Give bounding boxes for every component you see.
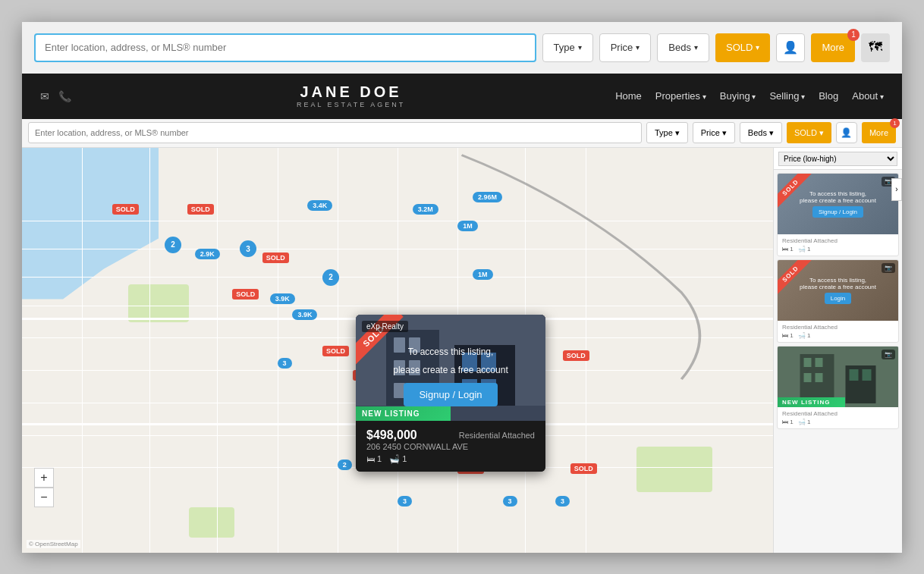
listing-bath-icon-3: 🛁 1	[798, 419, 811, 425]
map-pin-cluster-1[interactable]: 2	[165, 237, 181, 253]
map-pin-price-5[interactable]: 3.9K	[270, 293, 295, 304]
listing-card-1[interactable]: SOLD To access this listing, please crea…	[777, 173, 899, 256]
listing-type-2: Residential Attached	[782, 324, 894, 331]
map-pin-price-14[interactable]: 3	[398, 496, 412, 507]
map-pin-sold-12[interactable]: SOLD	[563, 350, 589, 361]
agent-subtitle: REAL ESTATE AGENT	[297, 101, 405, 108]
price-button[interactable]: Price ▾	[599, 33, 652, 62]
sub-price-button[interactable]: Price ▾	[693, 122, 735, 143]
road-v-3	[217, 148, 218, 553]
zoom-in-button[interactable]: +	[34, 468, 54, 488]
type-button[interactable]: Type ▾	[542, 33, 593, 62]
popup-login-button[interactable]: Signup / Login	[404, 383, 497, 406]
more-badge: 1	[847, 29, 860, 41]
nav-properties[interactable]: Properties	[655, 90, 706, 102]
email-icon: ✉	[40, 90, 49, 102]
listing-login-btn-1[interactable]: Signup / Login	[812, 206, 863, 218]
listing-icons-2: 🛏 1 🛁 1	[782, 332, 894, 339]
nav-buying[interactable]: Buying	[720, 90, 756, 102]
listing-photo-icon-3: 📷	[882, 350, 895, 359]
map-pin-sold-4[interactable]: SOLD	[232, 289, 259, 300]
user-icon: 👤	[783, 40, 798, 55]
svg-rect-19	[816, 373, 823, 382]
map-pin-price-8[interactable]: 3.9K	[292, 309, 317, 320]
sort-select[interactable]: Price (low-high) Price (high-low) Newest…	[778, 152, 897, 166]
map-pin-price-4[interactable]: 1M	[473, 269, 493, 280]
listing-bottom-2: Residential Attached 🛏 1 🛁 1	[778, 321, 898, 342]
nav-blog[interactable]: Blog	[819, 90, 838, 102]
svg-rect-18	[804, 373, 812, 382]
map-pin-price-6[interactable]: 3.4K	[307, 200, 332, 211]
nav-about[interactable]: About	[852, 90, 884, 102]
map-area[interactable]: KITS SOLD SOLD SOLD SOLD SOLD SOLD SOLD …	[22, 148, 773, 553]
road-v-4	[278, 148, 278, 553]
map-pin-price-16[interactable]: 3	[555, 496, 570, 507]
map-pin-price-2[interactable]: 3.2M	[413, 204, 438, 215]
sold-button[interactable]: SOLD ▾	[715, 33, 770, 62]
map-pin-sold-3[interactable]: SOLD	[112, 204, 139, 215]
listing-bed-icon-1: 🛏 1	[782, 246, 794, 252]
zoom-out-button[interactable]: −	[34, 488, 54, 507]
listing-new-label-3: NEW LISTING	[778, 397, 845, 407]
popup-address: 206 2450 CORNWALL AVE	[366, 442, 535, 451]
listing-image-3: NEW LISTING 📷	[778, 347, 898, 407]
popup-price: $498,000	[366, 428, 417, 442]
listing-image-1: SOLD To access this listing, please crea…	[778, 174, 898, 234]
popup-image: SOLD eXp Realty To access this listing, …	[356, 315, 545, 421]
sub-more-button[interactable]: More 1	[862, 122, 896, 143]
listing-icons-3: 🛏 1 🛁 1	[782, 419, 894, 425]
site-nav: Home Properties Buying Selling Blog Abou…	[615, 90, 884, 102]
map-pin-price-13[interactable]: 2	[338, 460, 352, 470]
price-chevron: ▾	[636, 43, 640, 52]
listing-card-2[interactable]: SOLD To access this listing, please crea…	[777, 259, 899, 343]
map-pin-price-15[interactable]: 3	[503, 496, 517, 507]
popup-baths: 🛁 1	[389, 454, 407, 464]
user-button[interactable]: 👤	[776, 33, 805, 62]
map-pin-cluster-3[interactable]: 2	[322, 269, 339, 286]
popup-details: 🛏 1 🛁 1	[366, 454, 535, 464]
listing-bed-icon-3: 🛏 1	[782, 419, 794, 425]
sidebar-listing-list: SOLD To access this listing, please crea…	[774, 170, 902, 553]
sub-beds-button[interactable]: Beds ▾	[740, 122, 782, 143]
svg-rect-22	[863, 369, 872, 381]
map-pin-cluster-2[interactable]: 3	[240, 240, 256, 257]
map-pin-sold-11[interactable]: SOLD	[570, 463, 597, 474]
map-pin-sold-2[interactable]: SOLD	[262, 252, 289, 263]
map-icon[interactable]: 🗺	[861, 33, 890, 62]
site-header: ✉ 📞 JANE DOE REAL ESTATE AGENT Home Prop…	[22, 74, 902, 119]
map-pin-price-3[interactable]: 1M	[457, 221, 478, 231]
sub-search-input[interactable]	[28, 122, 642, 143]
screenshot-wrapper: Type ▾ Price ▾ Beds ▾ SOLD ▾ 👤 More 1 🗺	[22, 22, 902, 553]
sidebar-nav-arrow[interactable]: ›	[891, 178, 902, 201]
road-v-2	[149, 148, 150, 553]
sidebar: Price (low-high) Price (high-low) Newest…	[773, 148, 902, 553]
sidebar-sort: Price (low-high) Price (high-low) Newest…	[774, 148, 902, 170]
nav-selling[interactable]: Selling	[769, 90, 805, 102]
map-popup: SOLD eXp Realty To access this listing, …	[356, 315, 545, 472]
map-pin-sold-1[interactable]: SOLD	[187, 204, 214, 215]
map-pin-price-1[interactable]: 2.96M	[473, 192, 502, 202]
map-pin-price-7[interactable]: 2.9K	[195, 249, 220, 259]
listing-login-btn-2[interactable]: Login	[825, 293, 852, 304]
sub-sold-button[interactable]: SOLD ▾	[787, 122, 831, 143]
listing-image-2: SOLD To access this listing, please crea…	[778, 260, 898, 321]
browser-search-input[interactable]	[34, 33, 536, 62]
nav-home[interactable]: Home	[615, 90, 642, 102]
listing-overlay-2: To access this listing, please create a …	[797, 274, 879, 307]
listing-overlay2-line1: To access this listing,	[800, 277, 876, 284]
sub-type-button[interactable]: Type ▾	[646, 122, 688, 143]
more-button[interactable]: More 1	[811, 33, 855, 62]
listing-type-1: Residential Attached	[782, 237, 894, 244]
sub-more-badge: 1	[890, 118, 900, 128]
svg-rect-16	[804, 358, 812, 367]
main-content: ✉ 📞 JANE DOE REAL ESTATE AGENT Home Prop…	[22, 74, 902, 553]
sub-user-icon: 👤	[841, 127, 852, 138]
map-pin-price-11[interactable]: 3	[278, 358, 292, 369]
listing-card-3[interactable]: NEW LISTING 📷 Residential Attached 🛏 1 🛁…	[777, 346, 899, 429]
map-background: KITS SOLD SOLD SOLD SOLD SOLD SOLD SOLD …	[22, 148, 773, 553]
beds-button[interactable]: Beds ▾	[657, 33, 709, 62]
bed-icon: 🛏	[366, 454, 375, 463]
map-controls: + −	[34, 468, 54, 507]
sub-user-button[interactable]: 👤	[836, 122, 857, 143]
map-pin-sold-5[interactable]: SOLD	[322, 346, 349, 356]
